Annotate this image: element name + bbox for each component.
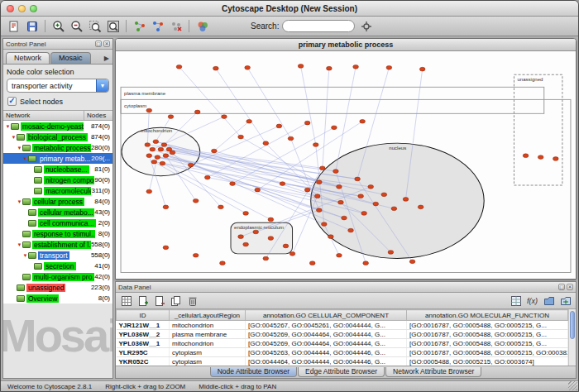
network-node[interactable] [280,182,285,186]
network-node[interactable] [220,261,226,265]
tab-edge-attribute-browser[interactable]: Edge Attribute Browser [298,367,385,377]
expand-triangle-icon[interactable]: ▼ [17,242,22,247]
column-header[interactable]: annotation.GO CELLULAR_COMPONENT [246,310,407,321]
network-node[interactable] [368,185,374,189]
network-node[interactable] [146,189,152,194]
zoom-out-icon[interactable] [69,18,84,34]
network-view-titlebar[interactable]: primary metabolic process [116,39,576,51]
network-node[interactable] [153,140,159,144]
network-node[interactable] [360,119,366,123]
expand-triangle-icon[interactable]: ▼ [11,135,17,140]
network-node[interactable] [319,166,325,170]
expand-triangle-icon[interactable]: ▼ [22,253,28,258]
tab-network-attribute-browser[interactable]: Network Attribute Browser [385,367,481,377]
network-node[interactable] [276,124,282,128]
network-node[interactable] [163,205,169,209]
network-node[interactable] [160,161,165,165]
network-node[interactable] [332,126,337,130]
network-node[interactable] [419,67,425,71]
formula-builder-icon[interactable]: f(x) [525,294,539,308]
network-node[interactable] [313,143,318,147]
network-node[interactable] [145,143,151,147]
network-node[interactable] [163,246,169,250]
network-node[interactable] [337,253,342,257]
close-panel-icon[interactable]: ✕ [103,41,110,47]
create-attribute-icon[interactable] [136,294,150,308]
network-node[interactable] [246,119,252,123]
network-node[interactable] [155,155,160,160]
network-node[interactable] [163,154,169,158]
network-node[interactable] [358,194,364,198]
network-view-icon[interactable] [150,18,165,34]
table-row[interactable]: YKR052Ccytoplasm[GO:0044464, GO:0044444,… [117,357,568,366]
network-node[interactable] [146,108,152,112]
network-node[interactable] [333,170,339,174]
network-node[interactable] [170,151,175,155]
close-panel-icon[interactable]: ✕ [567,284,573,290]
network-node[interactable] [363,261,369,265]
search-input[interactable] [282,20,355,32]
network-node[interactable] [158,147,164,151]
network-node[interactable] [316,180,322,184]
network-node[interactable] [373,202,379,206]
network-node[interactable] [218,205,224,209]
network-node[interactable] [309,261,315,265]
table-row[interactable]: YJR121W__1mitochondrion[GO:0045267, GO:0… [117,321,568,330]
expand-triangle-icon[interactable]: ▼ [22,156,28,161]
network-node[interactable] [353,65,359,69]
import-attributes-icon[interactable] [542,294,556,308]
copy-attribute-icon[interactable] [169,294,183,308]
minimize-window-icon[interactable] [18,5,26,12]
tree-row[interactable]: response to stimul...8(0) [3,228,112,239]
network-node[interactable] [243,212,249,216]
network-node[interactable] [316,208,322,213]
network-node[interactable] [409,260,415,264]
network-node[interactable] [391,207,397,211]
network-node[interactable] [283,244,289,248]
tree-row[interactable]: nucleobase...81(0) [3,164,112,174]
network-node[interactable] [348,228,354,232]
tree-row[interactable]: ▼mosaic-demo-yeast874(0) [3,121,112,131]
network-node[interactable] [418,205,423,209]
tree-row[interactable]: ▼transport558(0) [3,250,112,261]
zoom-window-icon[interactable] [30,5,37,12]
network-node[interactable] [230,182,236,186]
attribute-matrix-icon[interactable] [509,294,523,308]
expand-triangle-icon[interactable]: ▼ [17,199,22,204]
network-node[interactable] [337,185,342,189]
network-node[interactable] [193,198,199,203]
expand-triangle-icon[interactable]: ▼ [5,124,11,129]
select-nodes-checkbox[interactable]: ✓ [7,97,17,106]
resize-grip[interactable] [568,381,577,390]
network-node[interactable] [338,200,344,204]
network-node[interactable] [355,177,361,181]
tree-row[interactable]: ▼biological_process874(0) [3,131,112,142]
column-header[interactable]: _cellularLayoutRegion [170,310,246,321]
network-node[interactable] [212,149,218,153]
save-session-icon[interactable] [24,18,40,34]
tree-row[interactable]: nitrogen compo...90(0) [3,174,112,185]
scrollbar-thumb[interactable] [570,311,575,339]
network-node[interactable] [255,188,261,192]
zoom-fit-icon[interactable] [105,18,121,34]
tree-row[interactable]: ▼metabolic process280(0) [3,142,112,153]
tree-row[interactable]: cellular metabo...43(0) [3,207,112,218]
table-row[interactable]: YLR295Ccytoplasm[GO:0045263, GO:0044444,… [117,348,568,357]
zoom-in-icon[interactable] [50,18,66,34]
tab-scroll-right-icon[interactable]: ▶ [104,55,111,64]
network-node[interactable] [304,188,310,192]
table-row[interactable]: YPL036W__1mitochondrion[GO:0045269, GO:0… [117,339,568,348]
tab-node-attribute-browser[interactable]: Node Attribute Browser [210,367,297,377]
float-panel-icon[interactable]: ▢ [95,41,102,47]
network-node[interactable] [304,121,310,125]
tree-row[interactable]: unassigned223(0) [3,282,112,293]
tab-mosaic[interactable]: Mosaic [50,52,91,64]
network-canvas[interactable]: plasma membranecytoplasmunassignedmitoch… [116,51,576,279]
network-node[interactable] [151,160,157,164]
tree-row[interactable]: secretion41(0) [3,261,112,271]
tree-row[interactable]: macromolecule...311(0) [3,185,112,196]
trash-icon[interactable] [185,294,199,308]
network-node[interactable] [263,141,269,146]
network-node[interactable] [386,65,392,69]
network-node[interactable] [268,218,274,222]
